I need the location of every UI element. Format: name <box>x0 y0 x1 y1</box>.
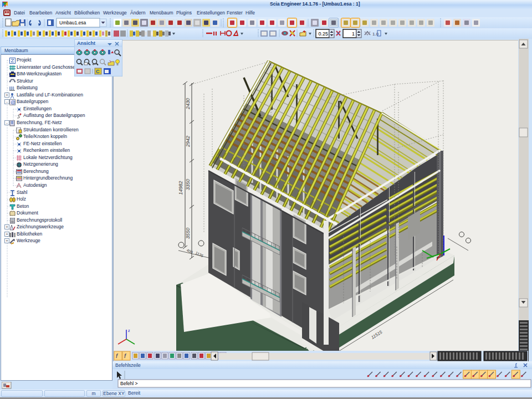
svg-text:2942: 2942 <box>185 136 191 147</box>
svg-text:3550: 3550 <box>185 228 191 239</box>
svg-text:C: C <box>96 69 100 74</box>
svg-text:Befehlszeile: Befehlszeile <box>115 362 141 368</box>
svg-text:14982: 14982 <box>178 181 183 195</box>
svg-text:2430: 2430 <box>185 98 191 110</box>
svg-text:z: z <box>128 329 130 332</box>
svg-text:Ansicht: Ansicht <box>77 40 95 46</box>
svg-text:3350: 3350 <box>185 179 191 190</box>
svg-text:Befehl >: Befehl > <box>120 381 137 386</box>
